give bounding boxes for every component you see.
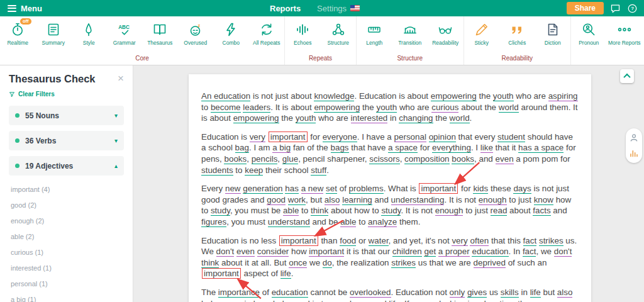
report-transition[interactable]: Transition: [392, 19, 428, 52]
highlighted-word[interactable]: youth: [493, 91, 514, 101]
adjective-filter-item[interactable]: personal (1): [9, 276, 124, 291]
adjective-filter-item[interactable]: important (4): [9, 181, 124, 197]
highlighted-word[interactable]: often: [470, 236, 489, 246]
highlighted-word[interactable]: understand: [268, 217, 310, 227]
highlighted-word[interactable]: everything: [432, 143, 471, 153]
adjective-filter-item[interactable]: curious (1): [9, 244, 124, 260]
clear-filters-button[interactable]: Clear Filters: [9, 91, 55, 98]
profile-icon[interactable]: [629, 133, 639, 143]
adjective-filter-item[interactable]: interested (1): [9, 260, 124, 276]
report-diction[interactable]: Diction: [535, 19, 571, 52]
highlighted-word[interactable]: even: [236, 247, 255, 257]
adjective-filter-item[interactable]: good (2): [9, 197, 124, 213]
highlighted-word[interactable]: importance: [218, 288, 260, 298]
highlighted-word[interactable]: scissors: [369, 154, 399, 164]
highlighted-word[interactable]: figures: [201, 217, 226, 227]
highlighted-word[interactable]: days: [513, 184, 531, 194]
highlighted-word[interactable]: generation: [243, 184, 282, 194]
highlighted-word[interactable]: a space: [388, 143, 418, 153]
highlighted-word[interactable]: overlooked: [350, 288, 391, 298]
feedback-chat-icon[interactable]: [610, 3, 621, 14]
highlighted-word[interactable]: work: [288, 195, 306, 205]
highlighted-word[interactable]: food: [340, 236, 356, 246]
highlighted-word[interactable]: empowering: [233, 113, 279, 123]
report-style[interactable]: Style: [71, 19, 107, 52]
highlighted-word[interactable]: analyze: [368, 217, 397, 227]
help-icon[interactable]: ?: [627, 3, 638, 14]
highlighted-word[interactable]: youth: [296, 113, 316, 123]
highlighted-word[interactable]: children: [392, 247, 422, 257]
section-19-adjectives[interactable]: 19 Adjectives▴: [9, 156, 124, 176]
report-echoes[interactable]: Echoes: [285, 19, 321, 52]
highlighted-word[interactable]: world: [499, 103, 519, 113]
highlighted-word[interactable]: world: [450, 113, 470, 123]
highlighted-word[interactable]: able: [283, 206, 299, 216]
highlighted-word[interactable]: like: [480, 143, 493, 153]
highlighted-word[interactable]: pencils: [252, 154, 278, 164]
highlighted-word[interactable]: don't: [554, 247, 572, 257]
highlighted-word[interactable]: don't: [216, 247, 235, 257]
highlighted-word[interactable]: opinion: [429, 132, 456, 142]
highlighted-word[interactable]: consider: [257, 247, 289, 257]
report-length[interactable]: Length: [357, 19, 392, 52]
highlighted-word[interactable]: life: [280, 269, 291, 279]
adjective-filter-item[interactable]: a big (1): [9, 291, 124, 302]
thesaurus-match-word[interactable]: important: [269, 131, 308, 142]
highlighted-word[interactable]: learning: [342, 195, 372, 205]
highlighted-word[interactable]: fact: [523, 247, 536, 257]
highlighted-word[interactable]: youth: [376, 103, 397, 113]
highlighted-word[interactable]: important: [309, 247, 344, 257]
highlighted-word[interactable]: study: [381, 206, 401, 216]
highlighted-word[interactable]: new: [225, 184, 241, 194]
tab-settings[interactable]: Settings: [317, 4, 360, 13]
highlighted-word[interactable]: keep: [245, 165, 263, 176]
highlighted-word[interactable]: interested: [351, 113, 388, 123]
highlighted-word[interactable]: education: [472, 247, 508, 257]
report-summary[interactable]: Summary: [36, 19, 72, 52]
highlighted-word[interactable]: bags: [331, 143, 349, 153]
highlighted-word[interactable]: An education: [201, 91, 250, 101]
highlighted-word[interactable]: knowledge: [314, 91, 354, 101]
report-overused[interactable]: zOverused: [178, 19, 214, 52]
highlighted-word[interactable]: education: [272, 288, 308, 298]
highlighted-word[interactable]: strikes: [539, 236, 564, 246]
highlighted-word[interactable]: gives: [467, 288, 487, 298]
highlighted-word[interactable]: student: [497, 132, 525, 142]
adjective-filter-item[interactable]: able (2): [9, 228, 124, 244]
highlighted-word[interactable]: enough: [435, 206, 464, 216]
report-structure[interactable]: Structure: [321, 19, 357, 52]
highlighted-word[interactable]: strikes: [391, 258, 416, 268]
highlighted-word[interactable]: changing: [399, 113, 433, 123]
highlighted-word[interactable]: also: [325, 195, 340, 205]
highlighted-word[interactable]: glue: [282, 154, 298, 164]
highlighted-word[interactable]: curious: [431, 103, 458, 113]
highlighted-word[interactable]: only: [450, 288, 465, 298]
highlighted-word[interactable]: empowering: [431, 91, 477, 101]
highlighted-word[interactable]: life: [530, 288, 541, 298]
report-grammar[interactable]: ABCGrammar: [107, 19, 143, 52]
highlighted-word[interactable]: get: [424, 247, 436, 257]
highlighted-word[interactable]: books: [224, 154, 247, 164]
highlighted-word[interactable]: fact: [523, 236, 537, 246]
highlighted-word[interactable]: aspiring: [548, 91, 578, 101]
section-55-nouns[interactable]: 55 Nouns▾: [9, 106, 124, 125]
highlighted-word[interactable]: think: [201, 258, 219, 268]
report-realtime[interactable]: offRealtime: [0, 19, 36, 52]
share-button[interactable]: Share: [567, 2, 604, 14]
highlighted-word[interactable]: very: [250, 132, 265, 142]
report-combo[interactable]: Combo: [213, 19, 249, 52]
thesaurus-match-word[interactable]: important: [202, 268, 241, 279]
highlighted-word[interactable]: a new: [301, 184, 324, 194]
thesaurus-match-word[interactable]: important: [279, 235, 318, 246]
report-clich-s[interactable]: Clichés: [499, 19, 535, 52]
highlighted-word[interactable]: students: [201, 165, 233, 176]
highlighted-word[interactable]: even: [496, 154, 514, 164]
close-panel-icon[interactable]: ×: [118, 73, 124, 84]
report-all-repeats[interactable]: All Repeats: [249, 19, 285, 52]
highlighted-word[interactable]: good: [267, 195, 286, 205]
highlighted-word[interactable]: stuff: [311, 165, 326, 176]
highlighted-word[interactable]: think: [311, 206, 328, 216]
thesaurus-match-word[interactable]: important: [419, 183, 458, 194]
highlighted-word[interactable]: everyone: [323, 132, 357, 142]
highlighted-word[interactable]: kids: [473, 184, 488, 194]
